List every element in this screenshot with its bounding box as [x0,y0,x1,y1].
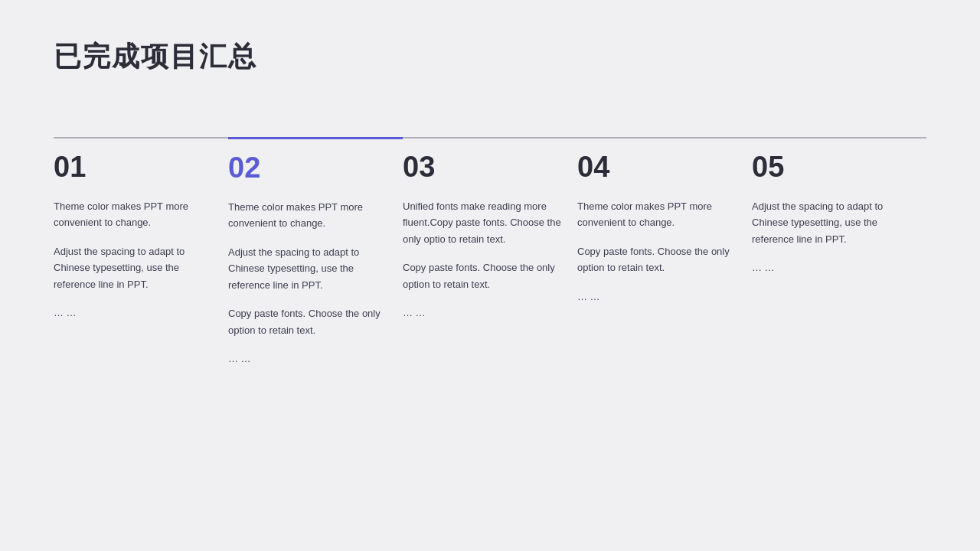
col-03-para-0: Unified fonts make reading more fluent.C… [403,198,562,247]
col-02-para-1: Adjust the spacing to adapt to Chinese t… [228,244,387,293]
col-number-04: 04 [577,152,737,181]
column-05: 05Adjust the spacing to adapt to Chinese… [752,137,926,520]
col-02-para-2: Copy paste fonts. Choose the only option… [228,305,387,338]
page-title: 已完成项目汇总 [54,38,926,76]
columns-container: 01Theme color makes PPT more convenient … [54,137,926,520]
col-01-para-2: … … [54,305,213,321]
col-05-para-0: Adjust the spacing to adapt to Chinese t… [752,198,911,247]
col-02-para-3: … … [228,350,387,367]
col-03-para-2: … … [403,305,562,321]
column-02: 02Theme color makes PPT more convenient … [228,137,403,520]
col-number-02: 02 [228,153,387,182]
col-04-para-0: Theme color makes PPT more convenient to… [577,198,737,231]
col-number-05: 05 [752,152,911,181]
col-02-para-0: Theme color makes PPT more convenient to… [228,199,387,232]
col-number-01: 01 [54,152,213,181]
column-01: 01Theme color makes PPT more convenient … [54,137,228,520]
col-01-para-1: Adjust the spacing to adapt to Chinese t… [54,243,213,292]
page: 已完成项目汇总 01Theme color makes PPT more con… [0,0,980,551]
col-04-para-1: Copy paste fonts. Choose the only option… [577,243,737,276]
col-01-para-0: Theme color makes PPT more convenient to… [54,198,213,231]
col-03-para-1: Copy paste fonts. Choose the only option… [403,259,562,292]
column-03: 03Unified fonts make reading more fluent… [403,137,577,520]
col-04-para-2: … … [577,289,737,305]
col-05-para-1: … … [752,259,911,276]
column-04: 04Theme color makes PPT more convenient … [577,137,752,520]
col-number-03: 03 [403,152,562,181]
